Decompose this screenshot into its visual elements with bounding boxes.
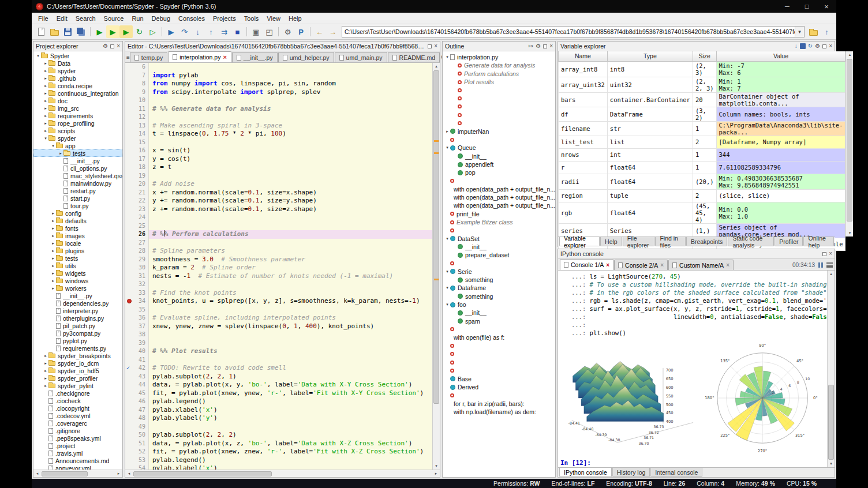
refresh-icon[interactable]: ↻ [808,43,813,49]
project-tree-item[interactable]: __init__.py [33,157,122,164]
run-cell-button[interactable]: ▶ [106,25,119,38]
project-tree-item[interactable]: ▾Spyder [33,52,122,59]
outline-item[interactable] [443,358,555,366]
tree-collapse-icon[interactable]: ▾ [444,237,450,241]
outline-item[interactable]: for r, bar in zip(radii, bars): [443,399,555,407]
scroll-down-icon[interactable]: ▾ [828,460,835,467]
line-number[interactable]: 28 [125,247,149,256]
maximize-button[interactable]: □ [797,0,817,13]
tree-collapse-icon[interactable]: ▾ [35,54,41,58]
project-tree-item[interactable]: __init__.py [33,292,122,299]
outline-item[interactable]: something [443,276,555,284]
close-icon[interactable]: × [549,43,553,49]
tree-collapse-icon[interactable]: ▾ [444,286,450,290]
maximize-pane-button[interactable]: ▣ [249,25,263,38]
tree-expand-icon[interactable]: ▸ [50,264,56,268]
options-gear-icon[interactable]: ⚙ [536,43,541,49]
code-line[interactable]: 47pylab.xlabel('x') [125,406,432,415]
code-line[interactable]: 22y += random.normal(scale=0.1, size=y.s… [125,197,432,205]
line-number[interactable]: 23 [125,205,149,214]
scroll-down-icon[interactable]: ▾ [846,230,853,237]
line-number[interactable]: 21 [125,189,149,197]
variable-value[interactable]: BarContainer object of matplotlib.conta.… [716,92,845,107]
variable-row[interactable]: rgbfloat64(45, 45, 4)Min: 0.0 Max: 1.0 [559,202,845,223]
scroll-right-icon[interactable]: ▸ [115,470,122,477]
variable-value[interactable]: 7.611082589334796 [716,161,845,174]
outline-item[interactable]: ▸imputerNan [443,127,555,136]
code-line[interactable]: 36# Evaluate spline, including interpola… [125,314,432,322]
code-line[interactable]: 10 [125,96,432,105]
tree-expand-icon[interactable]: ▸ [50,234,56,238]
scroll-left-icon[interactable]: ◂ [33,470,41,477]
step-into-button[interactable]: ↓ [191,25,204,38]
tab-variable-explorer[interactable]: Variable explorer [559,237,600,246]
project-tree-item[interactable]: ▸requirements [33,112,122,119]
tree-expand-icon[interactable]: ▸ [50,226,56,231]
parent-dir-button[interactable]: ↑ [820,25,833,38]
outline-item[interactable] [443,94,555,102]
close-tab-icon[interactable]: × [606,262,609,268]
project-tree-item[interactable]: ▸widgets [33,269,122,277]
tree-collapse-icon[interactable]: ▾ [43,136,48,141]
tree-expand-icon[interactable]: ▸ [43,61,48,66]
scrollbar-thumb[interactable] [433,70,439,404]
outline-item[interactable]: Example Bitzer class [443,218,555,226]
project-tree-item[interactable]: Announcements.md [33,457,122,464]
variable-value[interactable]: [Dataframe, Numpy array] [716,136,845,148]
close-tab-icon[interactable]: × [660,262,664,268]
float-icon[interactable] [822,44,826,48]
menu-debug[interactable]: Debug [148,14,174,23]
stop-button[interactable]: ■ [231,25,244,38]
variable-value[interactable]: Min: 0.4983036638535687 Max: 9.856848974… [716,174,845,189]
line-number[interactable]: 41 [125,356,149,365]
project-tree-item[interactable]: .pep8speaks.yml [33,434,122,442]
line-number[interactable]: 6 [125,63,149,72]
preferences-button[interactable]: ⚙ [281,25,294,38]
tree-expand-icon[interactable]: ▸ [50,211,56,216]
line-number[interactable]: 18 [125,163,149,172]
chevron-down-icon[interactable]: ▾ [795,27,804,37]
project-tree-item[interactable]: ▸conda.recipe [33,82,122,89]
code-line[interactable]: 11# %% Generate data for analysis [125,105,432,114]
project-tree-item[interactable]: pyplot.py [33,337,122,344]
line-number[interactable]: 37 [125,322,149,331]
scroll-up-icon[interactable]: ▴ [828,271,835,277]
variable-row[interactable]: radiifloat64(20,)Min: 0.4983036638535687… [559,174,845,189]
code-line[interactable]: 6 [125,63,432,72]
scrollbar-thumb[interactable] [847,59,852,222]
float-icon[interactable] [110,44,114,48]
code-line[interactable]: 12 [125,113,432,122]
line-number[interactable]: 9 [125,88,149,97]
line-number[interactable]: 50 [125,431,149,440]
project-tree-item[interactable]: mainwindow.py [33,179,122,187]
tab-profiler[interactable]: Profiler [775,237,803,246]
project-tree-item[interactable]: ▸locale [33,239,122,247]
outline-item[interactable]: ▾Dataframe [443,284,555,292]
tree-expand-icon[interactable]: ▸ [43,99,48,103]
tree-expand-icon[interactable]: ▸ [43,114,48,118]
variable-row[interactable]: list_testlist2[Dataframe, Numpy array] [559,136,845,148]
menu-view[interactable]: View [263,14,285,23]
outline-item[interactable]: pop [443,168,555,177]
project-tree-item[interactable]: .ciocopyright [33,404,122,412]
project-tree-item[interactable]: ▸.github [33,74,122,82]
line-number[interactable]: 8 [125,80,149,88]
menu-edit[interactable]: Edit [53,14,72,23]
variable-row[interactable]: nrowsint1344 [559,148,845,161]
outline-item[interactable] [443,325,555,333]
code-line[interactable]: 17y = cos(t) [125,155,432,164]
close-tab-icon[interactable]: × [223,54,226,61]
float-icon[interactable] [543,44,547,48]
project-tree-item[interactable]: ▸windows [33,277,122,284]
tab-ipython-console[interactable]: IPython console [559,468,612,477]
code-line[interactable]: 16x = sin(t) [125,147,432,155]
tab-online-help[interactable]: Online help [803,237,834,246]
column-header-size[interactable]: Size [693,51,716,61]
tree-collapse-icon[interactable]: ▾ [444,302,450,307]
tree-collapse-icon[interactable]: ▾ [444,145,450,150]
project-tree-item[interactable]: ▸spyder_breakpoints [33,352,122,359]
tree-expand-icon[interactable]: ▸ [50,219,56,223]
breakpoint-icon[interactable] [127,299,132,303]
variable-row[interactable]: seriesSeries(1,)Series object of pandas.… [559,223,845,238]
variable-value[interactable]: Min: 0.0 Max: 1.0 [716,202,845,223]
